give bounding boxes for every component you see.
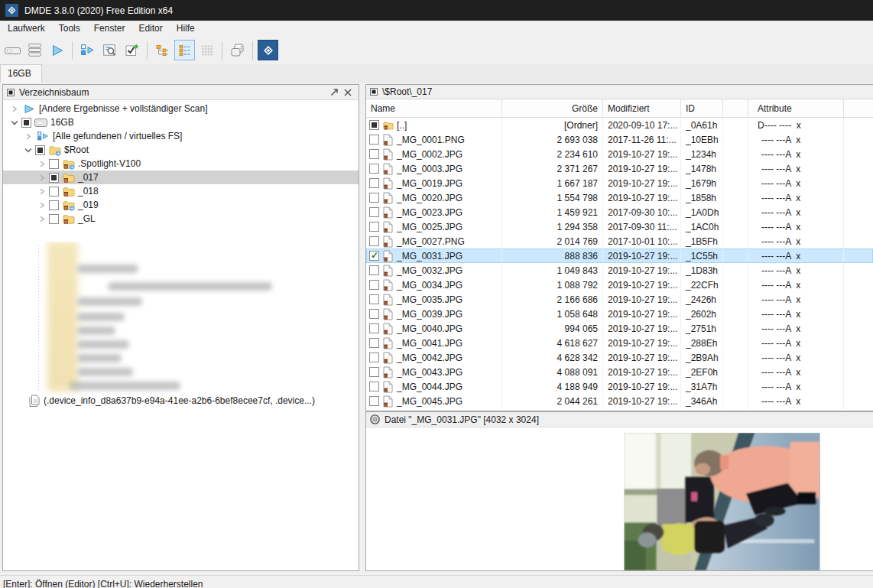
menu-hilfe[interactable]: Hilfe <box>170 21 202 36</box>
chevron-right-icon[interactable] <box>21 133 35 140</box>
column-header-größe[interactable]: Größe <box>502 99 603 117</box>
file-row[interactable]: _MG_0019.JPG1 667 1872019-10-27 19:..._1… <box>366 176 873 190</box>
tree-item-16gb[interactable]: 16GB <box>3 115 359 129</box>
file-row[interactable]: _MG_0025.JPG1 294 3582017-09-30 11:..._1… <box>366 219 873 234</box>
file-deleted-icon <box>383 352 394 364</box>
tree-item-018[interactable]: _018 <box>3 184 359 198</box>
toolbar-button-recover-check-icon[interactable] <box>122 40 142 60</box>
file-row[interactable]: _MG_0041.JPG4 618 6272019-10-27 19:..._2… <box>366 336 873 350</box>
tree-item-spotlight-v100[interactable]: .Spotlight-V100 <box>3 157 359 171</box>
file-row[interactable]: _MG_0001.PNG2 693 0382017-11-26 11:..._1… <box>366 132 873 147</box>
file-row[interactable]: _MG_0044.JPG4 188 9492019-10-27 19:..._3… <box>366 379 873 394</box>
file-row[interactable]: _MG_0031.JPG888 8362019-10-27 19:..._1C5… <box>366 249 873 263</box>
file-checkbox[interactable] <box>369 265 379 275</box>
chevron-right-icon[interactable] <box>8 106 21 112</box>
file-row[interactable]: _MG_0034.JPG1 088 7922019-10-27 19:..._2… <box>366 278 873 292</box>
file-checkbox[interactable] <box>369 222 379 232</box>
toolbar-button-volumes-icon[interactable] <box>24 40 45 60</box>
file-row[interactable]: _MG_0040.JPG994 0652019-10-27 19:..._275… <box>366 321 873 336</box>
file-checkbox[interactable] <box>369 236 379 246</box>
toolbar-button-grid-view-icon[interactable] <box>196 40 217 60</box>
chevron-right-icon[interactable] <box>35 174 49 181</box>
toolbar-button-open-play-icon[interactable] <box>47 40 67 60</box>
file-name: _MG_0023.JPG <box>397 207 462 218</box>
toolbar-button-tree-view-icon[interactable] <box>152 40 173 60</box>
file-checkbox[interactable] <box>369 280 379 290</box>
tree-checkbox[interactable] <box>49 187 59 197</box>
menu-fenster[interactable]: Fenster <box>87 21 132 36</box>
file-size: 1 088 792 <box>502 278 603 292</box>
file-checkbox[interactable] <box>369 149 379 159</box>
undock-panel-icon[interactable] <box>327 86 341 99</box>
file-checkbox[interactable] <box>369 338 379 348</box>
toolbar-button-scan-icon[interactable] <box>77 40 98 60</box>
tree-item-andere-ergebnisse-vollst-ndiger-scan[interactable]: [Andere Ergebnisse + vollständiger Scan] <box>3 102 359 115</box>
file-row[interactable]: _MG_0035.JPG2 166 6862019-10-27 19:..._2… <box>366 292 873 307</box>
menu-editor[interactable]: Editor <box>131 21 169 36</box>
tree-item-017[interactable]: _017 <box>3 171 359 184</box>
toolbar-button-list-view-icon[interactable] <box>174 40 195 60</box>
file-checkbox[interactable] <box>369 396 379 406</box>
file-checkbox[interactable] <box>369 323 379 333</box>
tree-checkbox[interactable] <box>49 159 59 169</box>
toolbar-button-search-icon[interactable] <box>99 40 120 60</box>
file-checkbox[interactable] <box>369 309 379 319</box>
file-row[interactable]: _MG_0043.JPG4 088 0912019-10-27 19:..._2… <box>366 365 873 379</box>
file-checkbox[interactable] <box>369 135 379 145</box>
file-checkbox[interactable] <box>369 251 379 261</box>
tree-item-gl[interactable]: _GL <box>3 212 359 226</box>
file-name-cell: _MG_0003.JPG <box>366 161 502 176</box>
column-header-id[interactable]: ID <box>681 99 723 117</box>
blurred-entry <box>77 368 133 376</box>
device-info-item[interactable]: (.device_info_d8a637b9-e94a-41ee-a2b6-6b… <box>3 394 359 408</box>
tree-checkbox[interactable] <box>49 200 59 210</box>
file-row[interactable]: [..][Ordner]2020-09-10 17:..._0A61hD----… <box>366 118 873 132</box>
column-header-attribute[interactable]: Attribute <box>748 99 844 117</box>
file-row[interactable]: _MG_0002.JPG2 234 6102019-10-27 19:..._1… <box>366 147 873 161</box>
menu-tools[interactable]: Tools <box>52 21 87 36</box>
tree-item-alle-gefundenen-virtuelles-fs[interactable]: [Alle gefundenen / virtuelles FS] <box>3 129 359 143</box>
tree-item-019[interactable]: _019 <box>3 198 359 212</box>
file-row[interactable]: _MG_0042.JPG4 628 3422019-10-27 19:..._2… <box>366 350 873 365</box>
tree-checkbox[interactable] <box>49 214 59 224</box>
file-row[interactable]: _MG_0039.JPG1 058 6482019-10-27 19:..._2… <box>366 307 873 321</box>
file-checkbox[interactable] <box>369 164 379 174</box>
file-checkbox[interactable] <box>369 193 379 203</box>
file-checkbox[interactable] <box>369 382 379 391</box>
file-checkbox[interactable] <box>369 120 379 130</box>
tree-checkbox[interactable] <box>35 145 45 155</box>
file-row[interactable]: _MG_0045.JPG2 044 2612019-10-27 19:..._3… <box>366 394 873 408</box>
tree-item-root[interactable]: $Root <box>3 143 359 157</box>
file-name-cell: _MG_0034.JPG <box>366 278 502 292</box>
chevron-down-icon[interactable] <box>21 147 35 154</box>
file-row[interactable]: _MG_0027.PNG2 014 7692017-10-01 10:..._1… <box>366 234 873 249</box>
tree-checkbox[interactable] <box>21 118 31 128</box>
menu-laufwerk[interactable]: Laufwerk <box>1 21 52 36</box>
chevron-right-icon[interactable] <box>35 188 49 195</box>
column-header-modifiziert[interactable]: Modifiziert <box>603 99 681 117</box>
close-panel-icon[interactable] <box>341 86 355 99</box>
file-checkbox[interactable] <box>369 294 379 304</box>
chevron-right-icon[interactable] <box>35 161 49 167</box>
file-name-cell: _MG_0043.JPG <box>366 365 502 379</box>
file-checkbox[interactable] <box>369 178 379 188</box>
chevron-down-icon[interactable] <box>8 119 21 126</box>
file-modified: 2019-10-27 19:... <box>603 263 681 278</box>
tab-16gb[interactable]: 16GB <box>0 64 42 83</box>
file-attributes: ---- ---A x <box>748 176 844 190</box>
chevron-right-icon[interactable] <box>35 216 49 223</box>
toolbar-button-windows-layout-icon[interactable] <box>227 40 248 60</box>
toolbar-button-device-icon[interactable] <box>2 40 23 60</box>
file-row[interactable]: _MG_0032.JPG1 049 8432019-10-27 19:..._1… <box>366 263 873 278</box>
file-checkbox[interactable] <box>369 207 379 217</box>
toolbar-button-dmde-logo-icon[interactable] <box>258 40 278 60</box>
column-header-name[interactable]: Name <box>366 99 502 117</box>
file-row[interactable]: _MG_0023.JPG1 459 9212017-09-30 10:..._1… <box>366 205 873 219</box>
file-row[interactable]: _MG_0003.JPG2 371 2672019-10-27 19:..._1… <box>366 161 873 176</box>
chevron-right-icon[interactable] <box>35 202 49 209</box>
file-row[interactable]: _MG_0020.JPG1 554 7982019-10-27 19:..._1… <box>366 190 873 205</box>
blurred-entry <box>70 382 180 390</box>
file-checkbox[interactable] <box>369 352 379 362</box>
tree-checkbox[interactable] <box>49 173 59 183</box>
file-checkbox[interactable] <box>369 367 379 377</box>
